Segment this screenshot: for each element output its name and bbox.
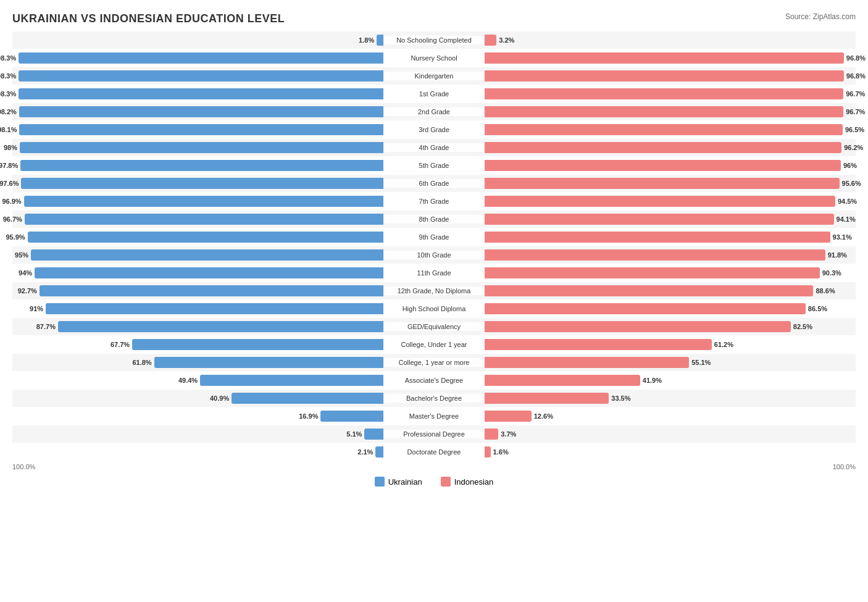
bar-indonesian: 61.2%	[485, 339, 712, 350]
bar-row: 94%11th Grade90.3%	[12, 264, 856, 282]
bar-value-ukrainian: 1.8%	[359, 36, 374, 44]
bar-row: 95.9%9th Grade93.1%	[12, 228, 856, 246]
bar-row: 40.9%Bachelor's Degree33.5%	[12, 390, 856, 407]
bar-row: 1.8%No Schooling Completed3.2%	[12, 31, 856, 49]
bar-value-indonesian: 95.6%	[842, 180, 861, 187]
bar-row: 49.4%Associate's Degree41.9%	[12, 372, 856, 389]
bar-label: 2nd Grade	[385, 107, 483, 116]
bar-indonesian: 96.8%	[485, 52, 844, 64]
bar-row: 98.2%2nd Grade96.7%	[12, 103, 856, 120]
bar-label: High School Diploma	[385, 304, 483, 313]
bar-row: 98.3%Kindergarten96.8%	[12, 67, 856, 85]
axis-labels: 100.0% 100.0%	[12, 463, 856, 470]
legend-label-indonesian: Indonesian	[454, 477, 494, 487]
bar-row: 92.7%12th Grade, No Diploma88.6%	[12, 282, 856, 299]
bar-value-indonesian: 91.8%	[828, 251, 847, 259]
bar-label: 6th Grade	[385, 179, 483, 188]
bar-indonesian: 91.8%	[485, 249, 825, 261]
bar-ukrainian: 98.3%	[19, 52, 383, 64]
bar-indonesian: 55.1%	[485, 357, 689, 368]
bar-value-ukrainian: 5.1%	[346, 430, 362, 438]
bar-indonesian: 1.6%	[485, 446, 491, 458]
bar-value-indonesian: 94.1%	[837, 215, 856, 223]
chart-area: 1.8%No Schooling Completed3.2%98.3%Nurse…	[12, 31, 856, 461]
bar-value-ukrainian: 98.3%	[0, 72, 16, 80]
bar-ukrainian: 2.1%	[375, 446, 383, 458]
bar-label: 8th Grade	[385, 215, 483, 224]
bar-value-ukrainian: 95.9%	[6, 233, 25, 241]
bar-row: 87.7%GED/Equivalency82.5%	[12, 318, 856, 335]
bar-value-ukrainian: 2.1%	[357, 448, 373, 456]
bar-indonesian: 93.1%	[485, 232, 830, 243]
bar-indonesian: 33.5%	[485, 393, 609, 404]
bar-value-ukrainian: 96.9%	[2, 198, 21, 205]
legend-box-indonesian	[441, 477, 451, 487]
bar-indonesian: 96.5%	[485, 124, 843, 135]
bar-ukrainian: 16.9%	[320, 411, 383, 422]
bar-ukrainian: 98.2%	[19, 106, 383, 117]
bar-ukrainian: 98.3%	[19, 70, 383, 82]
bar-value-ukrainian: 98.1%	[0, 126, 17, 133]
bar-value-indonesian: 96.2%	[844, 144, 863, 151]
bar-indonesian: 96.2%	[485, 142, 841, 153]
bar-value-ukrainian: 98.2%	[0, 108, 17, 115]
legend-box-ukrainian	[375, 477, 385, 487]
bar-label: 5th Grade	[385, 161, 483, 170]
bar-value-indonesian: 90.3%	[822, 269, 841, 277]
bar-value-indonesian: 33.5%	[611, 395, 630, 402]
bar-value-ukrainian: 87.7%	[36, 323, 56, 330]
legend-item-ukrainian: Ukrainian	[375, 477, 422, 487]
bar-label: 9th Grade	[385, 233, 483, 241]
source-text: Source: ZipAtlas.com	[785, 12, 856, 21]
legend: Ukrainian Indonesian	[12, 477, 856, 487]
bar-row: 98.3%1st Grade96.7%	[12, 85, 856, 102]
bar-ukrainian: 49.4%	[200, 375, 383, 386]
bar-value-indonesian: 93.1%	[833, 233, 852, 241]
bar-value-ukrainian: 96.7%	[3, 215, 22, 223]
bar-value-ukrainian: 67.7%	[111, 341, 130, 348]
bar-indonesian: 3.2%	[485, 35, 496, 46]
bar-value-indonesian: 88.6%	[816, 287, 835, 295]
bar-label: Doctorate Degree	[385, 448, 483, 456]
bar-label: 3rd Grade	[385, 125, 483, 134]
bar-ukrainian: 96.7%	[25, 214, 383, 225]
bar-ukrainian: 1.8%	[377, 35, 383, 46]
bar-value-ukrainian: 49.4%	[178, 377, 198, 384]
bar-label: College, Under 1 year	[385, 340, 483, 349]
bar-label: Bachelor's Degree	[385, 394, 483, 403]
bar-indonesian: 88.6%	[485, 285, 813, 296]
bar-label: 11th Grade	[385, 269, 483, 277]
bar-value-indonesian: 1.6%	[493, 448, 509, 456]
bar-row: 97.8%5th Grade96%	[12, 157, 856, 174]
bar-indonesian: 96.7%	[485, 106, 843, 117]
legend-label-ukrainian: Ukrainian	[388, 477, 422, 487]
bar-value-indonesian: 94.5%	[838, 198, 857, 205]
bar-indonesian: 96.8%	[485, 70, 844, 82]
bar-indonesian: 86.5%	[485, 303, 806, 314]
bar-indonesian: 96%	[485, 160, 841, 171]
bar-row: 16.9%Master's Degree12.6%	[12, 408, 856, 425]
bar-label: Nursery School	[385, 54, 483, 62]
bar-row: 95%10th Grade91.8%	[12, 246, 856, 264]
bar-ukrainian: 94%	[35, 267, 383, 278]
bar-ukrainian: 95.9%	[28, 232, 383, 243]
bar-value-indonesian: 96.5%	[845, 126, 864, 133]
bar-row: 98.3%Nursery School96.8%	[12, 49, 856, 67]
bar-indonesian: 12.6%	[485, 411, 532, 422]
bar-value-ukrainian: 91%	[30, 305, 43, 312]
bar-ukrainian: 97.8%	[20, 160, 383, 171]
bar-value-indonesian: 3.7%	[501, 430, 516, 438]
bar-value-ukrainian: 98%	[4, 144, 17, 151]
bar-row: 67.7%College, Under 1 year61.2%	[12, 336, 856, 353]
bar-value-indonesian: 61.2%	[714, 341, 733, 348]
bar-label: Kindergarten	[385, 72, 483, 80]
bar-ukrainian: 87.7%	[58, 321, 383, 332]
bar-value-indonesian: 96%	[843, 162, 857, 169]
axis-left: 100.0%	[12, 463, 35, 470]
bar-label: 12th Grade, No Diploma	[385, 286, 483, 295]
bar-label: 4th Grade	[385, 143, 483, 152]
bar-indonesian: 95.6%	[485, 178, 840, 189]
chart-container: UKRAINIAN VS INDONESIAN EDUCATION LEVEL …	[12, 12, 856, 487]
bar-label: 1st Grade	[385, 90, 483, 98]
bar-row: 2.1%Doctorate Degree1.6%	[12, 443, 856, 461]
